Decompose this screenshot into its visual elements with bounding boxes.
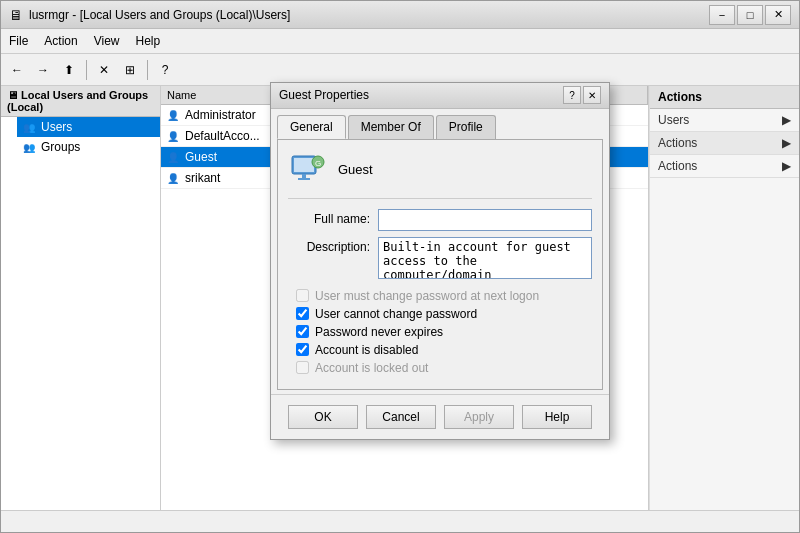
user-icon: 👤 [165,128,181,144]
actions-section-1[interactable]: Actions ▶ [650,132,799,155]
actions-section-2-arrow: ▶ [782,159,791,173]
menu-view[interactable]: View [86,31,128,51]
dialog-buttons: OK Cancel Apply Help [271,394,609,439]
menu-help[interactable]: Help [128,31,169,51]
actions-scroll: Users ▶ Actions ▶ Actions ▶ [650,109,799,178]
svg-text:G: G [315,159,321,168]
dialog-username: Guest [338,162,373,177]
menu-file[interactable]: File [1,31,36,51]
checkbox-must-change-label: User must change password at next logon [315,289,539,303]
actions-section-users-label: Users [658,113,689,127]
user-avatar-icon: G [288,150,328,190]
dialog-title-buttons: ? ✕ [563,86,601,104]
checkbox-never-expires: Password never expires [288,325,592,339]
actions-section-1-arrow: ▶ [782,136,791,150]
actions-section-users[interactable]: Users ▶ [650,109,799,132]
toolbar-forward-button[interactable]: → [31,58,55,82]
dialog-help-button[interactable]: ? [563,86,581,104]
tree-indent: 👥 Users 👥 Groups [1,117,160,157]
title-bar-left: 🖥 lusrmgr - [Local Users and Groups (Loc… [9,7,290,23]
tree-item-users-label: Users [41,120,72,134]
checkbox-locked-out: Account is locked out [288,361,592,375]
tree-item-groups[interactable]: 👥 Groups [17,137,160,157]
checkbox-cannot-change: User cannot change password [288,307,592,321]
checkbox-disabled-label: Account is disabled [315,343,418,357]
description-input[interactable]: Built-in account for guest access to the… [378,237,592,279]
checkbox-must-change: User must change password at next logon [288,289,592,303]
checkbox-disabled: Account is disabled [288,343,592,357]
tab-profile[interactable]: Profile [436,115,496,139]
checkbox-must-change-input[interactable] [296,289,309,302]
tree-item-users[interactable]: 👥 Users [17,117,160,137]
actions-section-2[interactable]: Actions ▶ [650,155,799,178]
tree-header: 🖥 Local Users and Groups (Local) [1,86,160,117]
checkboxes-section: User must change password at next logon … [288,289,592,375]
tab-general[interactable]: General [277,115,346,139]
menu-bar: File Action View Help [1,29,799,54]
fullname-label: Full name: [288,209,378,226]
list-cell-name: 👤 Guest [165,149,281,165]
user-icon-area: G Guest [288,150,592,199]
svg-rect-2 [302,174,306,178]
actions-panel-header: Actions [650,86,799,109]
tree-item-groups-label: Groups [41,140,80,154]
groups-folder-icon: 👥 [21,139,37,155]
checkbox-cannot-change-input[interactable] [296,307,309,320]
title-bar-buttons: − □ ✕ [709,5,791,25]
checkbox-locked-out-label: Account is locked out [315,361,428,375]
maximize-button[interactable]: □ [737,5,763,25]
list-cell-name: 👤 Administrator [165,107,281,123]
col-header-name[interactable]: Name [161,86,281,104]
user-icon: 👤 [165,170,181,186]
status-bar [1,510,799,532]
user-icon: 👤 [165,149,181,165]
list-cell-name: 👤 DefaultAcco... [165,128,281,144]
tab-member-of[interactable]: Member Of [348,115,434,139]
user-icon: 👤 [165,107,181,123]
dialog-title-bar: Guest Properties ? ✕ [271,83,609,109]
svg-rect-1 [294,158,314,172]
help-button[interactable]: Help [522,405,592,429]
checkbox-never-expires-input[interactable] [296,325,309,338]
checkbox-cannot-change-label: User cannot change password [315,307,477,321]
actions-panel: Actions Users ▶ Actions ▶ Actions ▶ [649,86,799,510]
minimize-button[interactable]: − [709,5,735,25]
toolbar-delete-button[interactable]: ✕ [92,58,116,82]
tab-bar: General Member Of Profile [271,109,609,139]
guest-properties-dialog: Guest Properties ? ✕ General Member Of P… [270,82,610,440]
svg-rect-3 [298,178,310,180]
actions-section-users-arrow: ▶ [782,113,791,127]
actions-section-1-label: Actions [658,136,697,150]
users-folder-icon: 👥 [21,119,37,135]
actions-section-2-label: Actions [658,159,697,173]
ok-button[interactable]: OK [288,405,358,429]
list-cell-name: 👤 srikant [165,170,281,186]
window-title: lusrmgr - [Local Users and Groups (Local… [29,8,290,22]
toolbar-back-button[interactable]: ← [5,58,29,82]
app-icon: 🖥 [9,7,23,23]
checkbox-disabled-input[interactable] [296,343,309,356]
checkbox-locked-out-input[interactable] [296,361,309,374]
toolbar-properties-button[interactable]: ⊞ [118,58,142,82]
tree-root-icon: 🖥 [7,89,18,101]
toolbar-separator-2 [147,60,148,80]
toolbar-separator-1 [86,60,87,80]
tree-panel: 🖥 Local Users and Groups (Local) 👥 Users… [1,86,161,510]
tab-general-content: G Guest Full name: Description: Built-in… [277,139,603,390]
menu-action[interactable]: Action [36,31,85,51]
dialog-title: Guest Properties [279,88,369,102]
description-row: Description: Built-in account for guest … [288,237,592,279]
toolbar-up-button[interactable]: ⬆ [57,58,81,82]
close-button[interactable]: ✕ [765,5,791,25]
apply-button[interactable]: Apply [444,405,514,429]
toolbar-help-button[interactable]: ? [153,58,177,82]
fullname-input[interactable] [378,209,592,231]
fullname-row: Full name: [288,209,592,231]
title-bar: 🖥 lusrmgr - [Local Users and Groups (Loc… [1,1,799,29]
cancel-button[interactable]: Cancel [366,405,436,429]
dialog-close-button[interactable]: ✕ [583,86,601,104]
description-label: Description: [288,237,378,254]
checkbox-never-expires-label: Password never expires [315,325,443,339]
